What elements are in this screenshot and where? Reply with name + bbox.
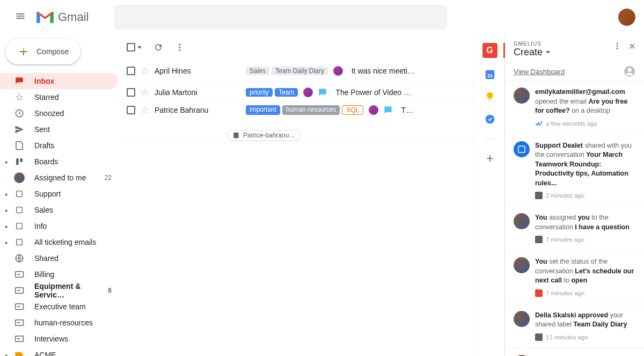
calendar-rail-icon[interactable]: 31 xyxy=(484,68,496,81)
feed-item[interactable]: You set the status of the conversation A… xyxy=(505,348,644,356)
nav-icon xyxy=(14,238,25,246)
feed-text: You assigned you to the conversation I h… xyxy=(535,213,635,232)
panel-more-icon[interactable] xyxy=(613,42,621,50)
nav-icon xyxy=(14,172,25,183)
feed-item[interactable]: Support Dealet shared with you the conve… xyxy=(505,135,644,207)
feed-meta-icon xyxy=(535,333,543,341)
feed-item[interactable]: emilykatemilller@gmail.com opened the em… xyxy=(505,81,644,135)
sender-avatar xyxy=(333,66,343,76)
sidebar-item-inbox[interactable]: Inbox xyxy=(0,73,118,89)
nav-icon xyxy=(14,287,25,294)
gmelius-rail-icon[interactable]: G xyxy=(482,43,497,58)
feed-avatar xyxy=(514,141,530,157)
sender-avatar xyxy=(369,105,378,115)
header: Gmail xyxy=(0,0,644,34)
feed-item[interactable]: You assigned you to the conversation I h… xyxy=(505,207,644,251)
sidebar-item-support[interactable]: ▸Support xyxy=(0,186,118,202)
feed-timestamp: 7 minutes ago xyxy=(535,289,635,297)
feed-timestamp: a few seconds ago xyxy=(535,119,635,128)
toolbar xyxy=(118,34,474,60)
panel-close-icon[interactable] xyxy=(628,42,636,50)
user-avatar[interactable] xyxy=(618,9,635,26)
email-tag: Team Daily Diary xyxy=(272,67,328,75)
svg-rect-5 xyxy=(17,223,23,229)
email-sender: Julia Martoni xyxy=(155,88,240,97)
feed-item[interactable]: Della Skalski approved your shared label… xyxy=(505,304,644,348)
chat-icon xyxy=(318,88,327,97)
select-dropdown[interactable] xyxy=(137,46,142,49)
email-checkbox[interactable] xyxy=(127,88,135,97)
more-icon[interactable] xyxy=(175,42,185,52)
feed-timestamp: 2 minutes ago xyxy=(535,191,635,200)
star-icon[interactable]: ☆ xyxy=(141,65,149,77)
nav-icon xyxy=(14,125,25,134)
view-dashboard-link[interactable]: View Dashboard xyxy=(505,62,644,81)
svg-point-20 xyxy=(617,43,618,45)
compose-label: Compose xyxy=(36,47,69,56)
star-icon[interactable]: ☆ xyxy=(141,86,149,98)
feed-avatar xyxy=(514,311,530,327)
sidebar-item-sent[interactable]: Sent xyxy=(0,121,118,137)
email-checkbox[interactable] xyxy=(127,106,135,114)
sidebar-item-human-resources[interactable]: human-resources xyxy=(0,315,118,331)
feed-text: You set the status of the conversation L… xyxy=(535,257,635,286)
sidebar-item-executive-team[interactable]: Executive team xyxy=(0,299,118,315)
sidebar-item-assigned-to-me[interactable]: Assigned to me22 xyxy=(0,170,118,186)
svg-rect-3 xyxy=(17,191,23,197)
hamburger-icon xyxy=(15,11,26,21)
feed-avatar xyxy=(514,213,530,229)
feed-avatar xyxy=(514,257,530,273)
svg-rect-16 xyxy=(233,132,238,138)
search-input[interactable] xyxy=(114,5,447,30)
logo-text: Gmail xyxy=(58,10,89,24)
feed-item[interactable]: You set the status of the conversation L… xyxy=(505,251,644,304)
email-row[interactable]: ☆Patrice Bahranuimportanthuman-resources… xyxy=(118,103,474,142)
content: ☆April HinesSalesTeam Daily DiaryIt was … xyxy=(118,34,474,356)
sidebar-item-acme[interactable]: ▸ACME xyxy=(0,347,118,356)
refresh-icon[interactable] xyxy=(153,42,163,52)
compose-button[interactable]: Compose xyxy=(5,39,80,64)
add-rail-icon[interactable] xyxy=(484,152,496,165)
tasks-rail-icon[interactable] xyxy=(484,113,496,126)
sidebar-item-sales[interactable]: ▸Sales xyxy=(0,202,118,218)
svg-rect-25 xyxy=(518,146,525,152)
select-all-checkbox[interactable] xyxy=(127,43,135,52)
feed-avatar xyxy=(514,88,530,104)
feed-timestamp: 7 minutes ago xyxy=(535,235,635,244)
menu-button[interactable] xyxy=(9,4,32,30)
sidebar-item-starred[interactable]: ☆Starred xyxy=(0,89,118,105)
email-tag: human-resources xyxy=(282,105,340,115)
sidebar-item-equipment-servic-[interactable]: Equipment & Servic…6 xyxy=(0,282,118,299)
gmail-icon xyxy=(36,11,54,24)
email-tag: SQL xyxy=(342,105,363,115)
sidebar-item-interviews[interactable]: Interviews xyxy=(0,331,118,347)
star-icon[interactable]: ☆ xyxy=(141,104,149,116)
feed-text: Della Skalski approved your shared label… xyxy=(535,311,635,330)
svg-rect-6 xyxy=(17,239,23,245)
keep-rail-icon[interactable] xyxy=(484,90,496,103)
sidebar-item-info[interactable]: ▸Info xyxy=(0,218,118,234)
email-subject: T… xyxy=(401,106,413,114)
activity-feed: emilykatemilller@gmail.com opened the em… xyxy=(505,81,644,356)
svg-rect-1 xyxy=(16,158,19,165)
gmail-logo[interactable]: Gmail xyxy=(36,10,89,24)
nav-icon xyxy=(14,76,25,86)
email-row[interactable]: ☆Julia MartonipriorityTeamThe Power of V… xyxy=(118,82,474,103)
sidebar-item-shared[interactable]: Shared xyxy=(0,250,118,266)
sidebar-item-all-ticketing-emails[interactable]: ▸All ticketing emails xyxy=(0,234,118,250)
sidebar-item-drafts[interactable]: Drafts xyxy=(0,137,118,154)
feed-meta-icon xyxy=(535,236,543,243)
plus-icon xyxy=(17,45,30,58)
email-tag: Team xyxy=(275,88,298,97)
caret-down-icon xyxy=(546,51,550,54)
sidebar-item-boards[interactable]: ▸Boards xyxy=(0,154,118,170)
sidebar-item-billing[interactable]: Billing xyxy=(0,266,118,282)
nav-icon xyxy=(14,190,25,198)
email-checkbox[interactable] xyxy=(127,67,135,75)
svg-point-22 xyxy=(617,48,618,49)
sidebar-item-snoozed[interactable]: Snoozed xyxy=(0,105,118,121)
attachment-chip[interactable]: Patrice-bahranu… xyxy=(226,130,301,141)
email-row[interactable]: ☆April HinesSalesTeam Daily DiaryIt was … xyxy=(118,60,474,82)
feed-text: emilykatemilller@gmail.com opened the em… xyxy=(535,88,635,116)
email-tag: priority xyxy=(246,88,273,97)
